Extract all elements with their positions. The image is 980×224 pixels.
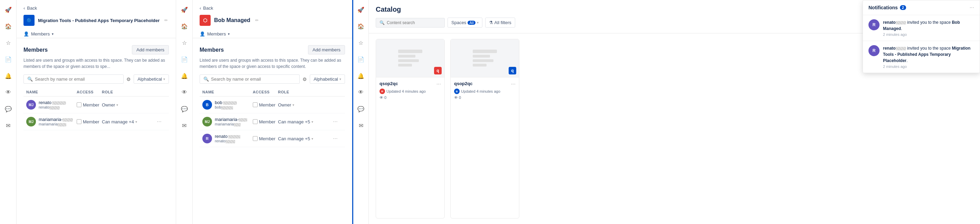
members-chevron-2: ▾ [228, 32, 230, 36]
sidebar-icon-rocket[interactable]: 🚀 [3, 4, 14, 15]
notif-time: 2 minutes ago [883, 32, 974, 36]
sidebar-icon-star-2[interactable]: ☆ [179, 37, 190, 48]
table-row: MJ renato renato Member Owner ▾ [24, 96, 169, 114]
sidebar-icon-star[interactable]: ☆ [3, 37, 14, 48]
card-preview: q [376, 39, 444, 77]
sidebar-icon-eye-3[interactable]: 👁 [355, 87, 366, 98]
role-chevron: ▾ [135, 120, 137, 124]
role-select[interactable]: Owner ▾ [102, 103, 118, 107]
sort-chevron-2: ▾ [339, 77, 341, 81]
space-name-1: Migration Tools - Published Apps Tempora… [38, 18, 159, 23]
card-updated: Updated 4 minutes ago [387, 89, 426, 93]
members-table-2: Name Access Role B bob bob [200, 88, 345, 147]
sidebar-icon-home[interactable]: 🏠 [3, 21, 14, 32]
catalog-search-input[interactable] [387, 21, 441, 25]
eye-icon: 👁 [454, 95, 458, 99]
members-tab-2[interactable]: 👤 Members ▾ [200, 30, 345, 38]
card-avatar: B [454, 88, 460, 94]
sidebar-icon-home-3[interactable]: 🏠 [355, 21, 366, 32]
user-name: mariamaria- [215, 117, 247, 122]
avatar: R [202, 134, 212, 144]
user-name: mariamaria- [39, 117, 73, 122]
search-icon-2: 🔍 [204, 77, 209, 82]
sidebar-icon-mail-2[interactable]: ✉ [179, 120, 190, 131]
access-label: Member [83, 119, 99, 125]
sidebar-icon-doc-3[interactable]: 📄 [355, 54, 366, 65]
svg-rect-5 [473, 55, 490, 58]
sidebar-icon-bell-2[interactable]: 🔔 [179, 70, 190, 81]
members-icon-1: 👤 [24, 32, 29, 36]
members-tab-1[interactable]: 👤 Members ▾ [24, 30, 169, 38]
access-icon [253, 136, 258, 141]
notifications-more-button[interactable]: ··· [970, 5, 974, 11]
card-more-button[interactable]: ··· [511, 81, 515, 87]
add-members-button-2[interactable]: Add members [308, 45, 345, 54]
catalog-panel: Catalog 🔍 Spaces All ▾ ⚗ All filters ⊞ [369, 0, 980, 224]
sidebar-icon-doc-2[interactable]: 📄 [179, 54, 190, 65]
notifications-panel: Notifications 2 ··· R renato invited you… [862, 0, 980, 73]
sidebar-left-3: 🚀 🏠 ☆ 📄 🔔 👁 💬 ✉ [352, 0, 369, 224]
role-select[interactable]: Can manage +4 ▾ [102, 119, 137, 125]
filter-icon-1[interactable]: ⚙ [126, 77, 131, 82]
user-email: mariamaria [215, 122, 247, 126]
sort-dropdown-2[interactable]: Alphabetical ▾ [310, 74, 345, 84]
notif-time: 2 minutes ago [883, 65, 974, 69]
sidebar-icon-bell-3[interactable]: 🔔 [355, 70, 366, 81]
members-title-2: Members [200, 47, 224, 53]
search-input-1[interactable] [35, 77, 120, 82]
user-email: mariamaria [39, 122, 73, 126]
sidebar-icon-bell[interactable]: 🔔 [3, 70, 14, 81]
role-label: Owner [102, 103, 115, 107]
notification-item: R renato invited you to the space Migrat… [863, 41, 980, 73]
all-filters-button[interactable]: ⚗ All filters [485, 17, 515, 28]
panel-migration-tools: ‹ Back 🔵 Migration Tools - Published App… [17, 0, 176, 224]
sidebar-icon-mail-3[interactable]: ✉ [355, 120, 366, 131]
role-chevron: ▾ [116, 103, 118, 107]
card-views-count: 0 [459, 95, 461, 99]
sidebar-icon-eye[interactable]: 👁 [3, 87, 14, 98]
filter-funnel-icon: ⚗ [489, 20, 493, 25]
notif-avatar: R [869, 19, 880, 30]
sidebar-icon-star-3[interactable]: ☆ [355, 37, 366, 48]
spaces-filter-button[interactable]: Spaces All ▾ [447, 17, 482, 28]
svg-rect-3 [398, 64, 412, 66]
card-more-button[interactable]: ··· [436, 81, 441, 87]
sort-label-2: Alphabetical [313, 77, 338, 82]
more-button[interactable]: ··· [328, 118, 342, 125]
space-card: q qsop2qc ··· R Updated 4 minutes ago 👁 … [376, 39, 445, 218]
notif-text: renato invited you to the space Bob Mana… [883, 19, 974, 32]
role-select[interactable]: Owner ▾ [278, 103, 294, 107]
sidebar-icon-eye-2[interactable]: 👁 [179, 87, 190, 98]
space-icon-2: ⬡ [200, 15, 211, 26]
role-select[interactable]: Can manage +5 ▾ [278, 136, 313, 141]
add-members-button-1[interactable]: Add members [132, 45, 169, 54]
edit-space-name-1[interactable]: ✏ [164, 18, 168, 23]
edit-space-name-2[interactable]: ✏ [255, 18, 259, 23]
filter-icon-2[interactable]: ⚙ [302, 77, 307, 82]
more-button[interactable]: ··· [152, 118, 166, 125]
back-button-1[interactable]: ‹ Back [24, 6, 169, 11]
members-tab-label-1: Members [31, 32, 50, 36]
sidebar-icon-chat[interactable]: 💬 [3, 103, 14, 114]
sidebar-icon-rocket-2[interactable]: 🚀 [179, 4, 190, 15]
sort-dropdown-1[interactable]: Alphabetical ▾ [134, 74, 169, 84]
role-label: Can manage +5 [278, 119, 310, 125]
sidebar-icon-home-2[interactable]: 🏠 [179, 21, 190, 32]
sidebar-icon-chat-3[interactable]: 💬 [355, 103, 366, 114]
search-icon-1: 🔍 [27, 77, 33, 82]
card-name: qsop2qc [380, 81, 398, 86]
back-button-2[interactable]: ‹ Back [200, 6, 345, 11]
role-select[interactable]: Can manage +5 ▾ [278, 119, 313, 125]
sidebar-icon-chat-2[interactable]: 💬 [179, 103, 190, 114]
filter-label: All filters [495, 20, 511, 25]
card-preview-graphic [396, 48, 424, 69]
role-chevron: ▾ [312, 120, 313, 124]
avatar: MJ [26, 117, 36, 126]
space-name-2: Bob Managed [214, 17, 250, 24]
more-button[interactable]: ··· [328, 136, 342, 142]
search-input-2[interactable] [211, 77, 296, 82]
sidebar-icon-rocket-3[interactable]: 🚀 [355, 4, 366, 15]
sidebar-icon-mail[interactable]: ✉ [3, 120, 14, 131]
sidebar-icon-doc[interactable]: 📄 [3, 54, 14, 65]
user-name: renato [39, 100, 66, 105]
